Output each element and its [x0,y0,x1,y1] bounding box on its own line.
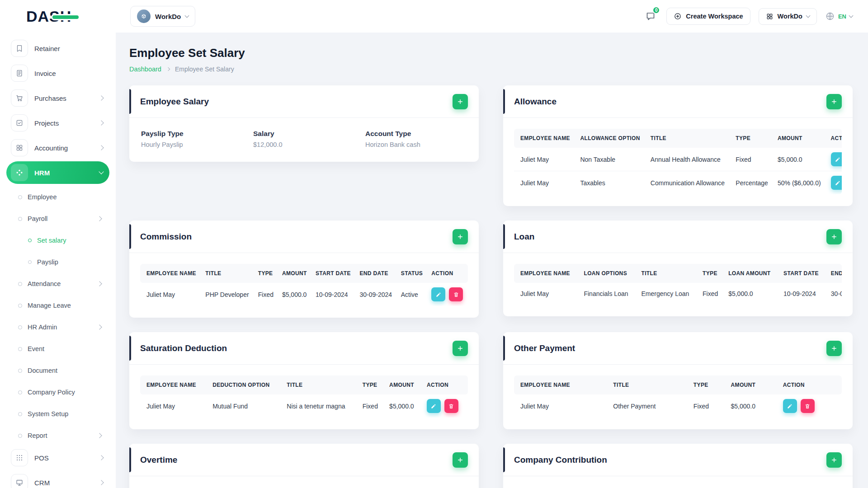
card-title: Saturation Deduction [140,343,227,353]
sidebar-subitem-hr-admin[interactable]: HR Admin [6,316,109,338]
bullet-icon [18,390,22,394]
card-header: Company Contribution [503,444,853,476]
table-row: Juliet May Mutual Fund Nisi a tenetur ma… [140,394,468,418]
add-allowance-button[interactable] [826,94,842,109]
sidebar-item-label: Purchases [34,94,93,102]
add-overtime-button[interactable] [453,452,468,468]
field-label: Payslip Type [141,130,253,138]
sidebar-subitem-label: Employee [28,193,109,201]
bullet-icon [18,304,22,308]
cell-title: PHP Developer [201,283,254,306]
sidebar-subitem-payslip[interactable]: Payslip [6,251,109,273]
col-title: TITLE [283,375,358,394]
pencil-icon [835,156,841,163]
sidebar-subitem-payroll[interactable]: Payroll [6,208,109,230]
add-other-payment-button[interactable] [826,341,842,356]
sidebar-subitem-manage-leave[interactable]: Manage Leave [6,295,109,316]
table-header-row: EMPLOYEE NAME TITLE TYPE AMOUNT ACTION [514,375,842,394]
retainer-icon [11,40,28,57]
cell-action [779,394,842,418]
create-workspace-button[interactable]: Create Workspace [666,8,750,25]
sidebar-subitem-label: Payroll [28,215,92,222]
add-saturation-deduction-button[interactable] [453,341,468,356]
sidebar-subitem-company-policy[interactable]: Company Policy [6,381,109,403]
table-header-row: EMPLOYEE NAME TITLE TYPE AMOUNT START DA… [140,264,468,283]
breadcrumb-dashboard-link[interactable]: Dashboard [129,66,161,73]
card-header: Loan [503,221,853,253]
table-row: Juliet May PHP Developer Fixed $5,000.0 … [140,283,468,306]
allowance-table-wrap: EMPLOYEE NAME ALLOWANCE OPTION TITLE TYP… [503,118,853,206]
cell-employee-name: Juliet May [514,171,576,195]
sidebar-item-label: Projects [34,119,93,127]
brand-logo-text: DASH [26,8,71,25]
cell-employee-name: Juliet May [514,283,580,305]
col-end-date: END DATE [827,264,842,283]
sidebar-subitem-attendance[interactable]: Attendance [6,273,109,295]
field-payslip-type: Payslip Type Hourly Payslip [141,130,253,148]
bullet-icon [18,369,22,373]
cell-title: Communication Allowance [646,171,731,195]
sidebar-subitem-label: Document [28,367,109,374]
add-employee-salary-button[interactable] [453,94,468,109]
delete-button[interactable] [449,287,463,301]
edit-button[interactable] [427,399,441,413]
col-deduction-option: DEDUCTION OPTION [208,375,283,394]
plus-icon [830,98,838,105]
field-value: Horizon Bank cash [365,141,420,148]
sidebar-item-retainer[interactable]: Retainer [6,37,109,60]
other-payment-table-wrap: EMPLOYEE NAME TITLE TYPE AMOUNT ACTION J… [503,365,853,429]
sidebar-subitem-set-salary[interactable]: Set salary [6,230,109,251]
sidebar-item-invoice[interactable]: Invoice [6,62,109,84]
sidebar-item-purchases[interactable]: Purchases [6,87,109,109]
col-start-date: START DATE [311,264,355,283]
delete-button[interactable] [444,399,458,413]
edit-button[interactable] [431,287,445,301]
table-row: Juliet May Taxables Communication Allowa… [514,171,842,195]
sidebar-subitem-report[interactable]: Report [6,425,109,446]
sidebar-item-accounting[interactable]: Accounting [6,136,109,159]
sidebar-subitem-system-setup[interactable]: System Setup [6,403,109,425]
sidebar-subitem-document[interactable]: Document [6,360,109,381]
card-header: Other Payment [503,332,853,365]
sidebar-item-hrm[interactable]: HRM [6,161,109,184]
sidebar-subitem-employee[interactable]: Employee [6,186,109,208]
purchases-icon [11,89,28,107]
sidebar-item-label: Retainer [34,45,105,52]
sidebar-item-label: CRM [34,479,93,487]
cell-title: Emergency Loan [637,283,698,305]
card-title: Loan [514,232,534,242]
table-header-row: EMPLOYEE NAME LOAN OPTIONS TITLE TYPE LO… [514,264,842,283]
cell-action [427,283,468,306]
chevron-down-icon [99,169,104,174]
language-selector[interactable]: EN [825,11,853,21]
hrm-icon [11,164,28,181]
table-header-row: EMPLOYEE NAME DEDUCTION OPTION TITLE TYP… [140,375,468,394]
invoice-icon [11,65,28,82]
workspace-menu-button[interactable]: WorkDo [759,8,817,25]
globe-icon [825,11,835,21]
edit-button[interactable] [831,152,842,166]
sidebar-item-crm[interactable]: CRM [6,471,109,488]
sidebar-subitem-event[interactable]: Event [6,338,109,360]
edit-button[interactable] [783,399,797,413]
pencil-icon [435,291,442,298]
edit-button[interactable] [831,176,842,190]
messages-button[interactable]: 0 [643,9,658,24]
brand-logo[interactable]: DASH [0,0,116,33]
cell-employee-name: Juliet May [140,394,208,418]
add-company-contribution-button[interactable] [826,452,842,468]
sidebar-subitem-label: Attendance [28,280,92,287]
cell-allowance-option: Non Taxable [576,148,646,171]
workspace-switcher[interactable]: WorkDo [130,6,195,27]
saturation-deduction-card: Saturation Deduction EMPLOYEE NAME DEDUC… [129,332,479,429]
cell-type: Fixed [698,283,724,305]
add-loan-button[interactable] [826,229,842,244]
delete-button[interactable] [801,399,815,413]
pencil-icon [787,403,793,409]
table-row: Juliet May Financials Loan Emergency Loa… [514,283,842,305]
cell-title: Annual Health Allowance [646,148,731,171]
sidebar-item-pos[interactable]: POS [6,446,109,469]
sidebar-item-projects[interactable]: Projects [6,112,109,134]
add-commission-button[interactable] [453,229,468,244]
page-title: Employee Set Salary [129,46,853,60]
